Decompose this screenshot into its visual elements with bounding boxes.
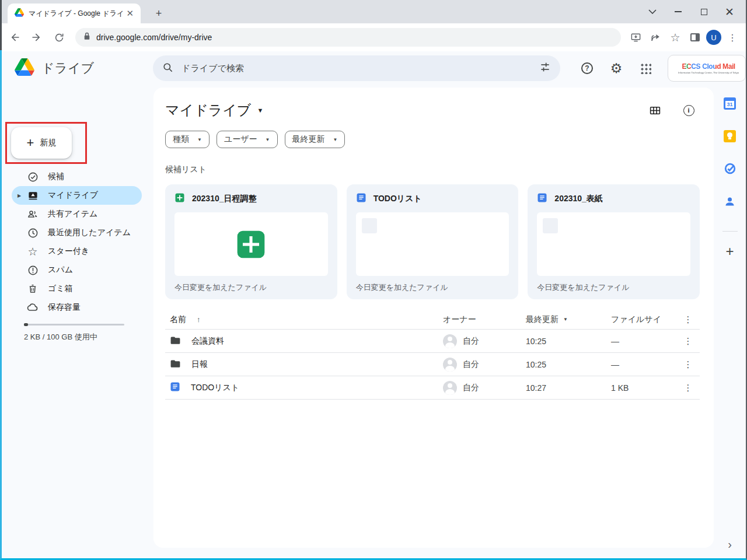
search-bar[interactable]: ドライブで検索 xyxy=(153,55,560,81)
drive-favicon xyxy=(15,8,24,19)
sidebar-item-storage[interactable]: 保存容量 xyxy=(12,298,142,317)
sidebar-item-starred[interactable]: ☆ スター付き xyxy=(12,242,142,261)
row-menu-icon[interactable]: ⋮ xyxy=(676,383,700,393)
filter-chip-people[interactable]: ユーザー ▼ xyxy=(217,131,278,148)
owner-avatar xyxy=(443,381,457,395)
plus-icon: + xyxy=(27,136,34,149)
bookmark-star-icon[interactable]: ☆ xyxy=(666,29,684,46)
sidebar-item-shared[interactable]: 共有アイテム xyxy=(12,205,142,223)
drive-app: ドライブ ドライブで検索 ? ⚙ ECCS Cloud Mail Informa… xyxy=(2,51,746,558)
sidebar-item-my-drive[interactable]: ▶ マイドライブ xyxy=(12,186,142,205)
search-icon[interactable] xyxy=(162,62,173,75)
grid-view-icon[interactable] xyxy=(645,100,665,120)
suggested-card[interactable]: TODOリスト 今日変更を加えたファイル xyxy=(347,184,519,299)
cloud-icon xyxy=(27,302,39,313)
storage-progress-bar xyxy=(24,324,124,326)
url-text: drive.google.com/drive/my-drive xyxy=(96,33,212,42)
settings-gear-icon[interactable]: ⚙ xyxy=(605,57,628,80)
chevron-down-icon: ▼ xyxy=(197,137,202,142)
google-apps-icon[interactable] xyxy=(634,57,657,80)
browser-tab[interactable]: マイドライブ - Google ドライブ ✕ xyxy=(8,4,141,23)
trash-icon xyxy=(27,283,39,295)
table-row[interactable]: TODOリスト 自分 10:27 1 KB ⋮ xyxy=(165,376,700,400)
drive-header: ドライブ ドライブで検索 ? ⚙ ECCS Cloud Mail Informa… xyxy=(2,51,746,85)
sheets-large-icon xyxy=(235,228,267,261)
browser-toolbar: drive.google.com/drive/my-drive ☆ U ⋮ xyxy=(2,23,746,51)
calendar-icon[interactable]: 31 xyxy=(724,97,736,110)
column-header-name[interactable]: 名前 ↑ xyxy=(165,314,443,325)
table-options-icon[interactable]: ⋮ xyxy=(676,314,700,325)
drive-logo-icon xyxy=(15,58,34,78)
back-icon[interactable] xyxy=(5,28,24,47)
browser-window: マイドライブ - Google ドライブ ✕ + ✕ drive.google.… xyxy=(0,0,747,560)
tab-close-icon[interactable]: ✕ xyxy=(124,8,136,19)
column-header-size[interactable]: ファイルサイ xyxy=(611,314,676,325)
address-bar[interactable]: drive.google.com/drive/my-drive xyxy=(75,28,621,47)
filter-chips: 種類 ▼ ユーザー ▼ 最終更新 ▼ xyxy=(165,131,700,148)
sidebar-nav: 候補 ▶ マイドライブ 共有アイテム 最近使用したアイテム xyxy=(12,167,142,317)
docs-file-icon xyxy=(537,192,547,205)
sidebar-item-recent[interactable]: 最近使用したアイテム xyxy=(12,223,142,242)
sheets-file-icon xyxy=(174,192,185,205)
filter-chip-modified[interactable]: 最終更新 ▼ xyxy=(285,131,345,148)
browser-menu-icon[interactable]: ⋮ xyxy=(724,29,741,46)
row-menu-icon[interactable]: ⋮ xyxy=(676,336,700,346)
show-side-panel-chevron-icon[interactable]: › xyxy=(728,538,732,551)
drive-sidebar: + 新規 候補 ▶ マイドライブ 共有アイテム xyxy=(2,85,153,558)
tasks-icon[interactable] xyxy=(724,162,736,175)
expand-arrow-icon[interactable]: ▶ xyxy=(18,193,23,198)
install-icon[interactable] xyxy=(627,29,644,46)
info-icon[interactable]: i xyxy=(679,100,699,120)
side-panel-icon[interactable] xyxy=(686,29,704,46)
sidebar-item-suggested[interactable]: 候補 xyxy=(12,167,142,186)
search-placeholder: ドライブで検索 xyxy=(181,63,539,74)
storage-usage-text: 2 KB / 100 GB 使用中 xyxy=(24,332,97,342)
suggested-heading: 候補リスト xyxy=(165,164,700,175)
help-icon[interactable]: ? xyxy=(575,57,599,80)
new-tab-button[interactable]: + xyxy=(151,6,166,21)
new-button[interactable]: + 新規 xyxy=(11,127,72,159)
my-drive-icon xyxy=(27,190,39,201)
contacts-icon[interactable] xyxy=(724,195,736,208)
suggested-card[interactable]: 202310_表紙 今日変更を加えたファイル xyxy=(528,184,700,299)
spam-icon xyxy=(27,264,39,276)
browser-profile-avatar[interactable]: U xyxy=(706,30,721,45)
window-minimize-button[interactable] xyxy=(665,0,691,23)
reload-icon[interactable] xyxy=(50,28,68,47)
search-options-icon[interactable] xyxy=(539,61,551,75)
file-table: 名前 ↑ オーナー 最終更新 ▼ ファイルサイ ⋮ 会議資料 xyxy=(165,310,700,400)
side-panel-rail: 31 + › xyxy=(714,88,746,558)
owner-avatar xyxy=(443,358,457,372)
forward-icon[interactable] xyxy=(27,28,46,47)
table-row[interactable]: 会議資料 自分 10:25 — ⋮ xyxy=(165,330,700,353)
table-row[interactable]: 日報 自分 10:25 — ⋮ xyxy=(165,353,700,376)
get-addons-plus-icon[interactable]: + xyxy=(725,243,734,260)
title-dropdown-caret-icon[interactable]: ▼ xyxy=(257,107,263,114)
drive-brand[interactable]: ドライブ xyxy=(2,58,153,78)
window-close-button[interactable]: ✕ xyxy=(717,0,742,23)
account-pill[interactable]: ECCS Cloud Mail Information Technology C… xyxy=(668,55,746,82)
file-thumbnail xyxy=(356,212,509,276)
docs-file-icon xyxy=(356,192,366,205)
column-header-modified[interactable]: 最終更新 ▼ xyxy=(526,314,611,325)
window-edge xyxy=(0,0,2,50)
filter-chip-type[interactable]: 種類 ▼ xyxy=(165,131,210,148)
keep-icon[interactable] xyxy=(724,130,736,142)
column-header-owner[interactable]: オーナー xyxy=(443,314,526,325)
app-name: ドライブ xyxy=(41,60,94,77)
folder-icon xyxy=(170,335,181,348)
window-maximize-button[interactable] xyxy=(691,0,717,23)
row-menu-icon[interactable]: ⋮ xyxy=(676,359,700,370)
share-icon[interactable] xyxy=(647,29,664,46)
suggested-cards: 202310_日程調整 今日変更を加えたファイル TODOリスト 今日変更を加え… xyxy=(165,184,700,299)
sort-ascending-icon: ↑ xyxy=(197,315,201,324)
lock-icon[interactable] xyxy=(83,32,90,43)
sidebar-item-trash[interactable]: ゴミ箱 xyxy=(12,279,142,298)
eccs-logo: ECCS Cloud Mail Information Technology C… xyxy=(673,62,744,74)
rail-divider xyxy=(722,231,738,232)
main-panel: マイドライブ ▼ i 種類 ▼ ユーザー ▼ 最終更新 ▼ xyxy=(153,88,714,548)
tab-search-chevron-icon[interactable] xyxy=(640,0,665,23)
page-title[interactable]: マイドライブ xyxy=(165,101,251,120)
suggested-card[interactable]: 202310_日程調整 今日変更を加えたファイル xyxy=(165,184,337,299)
sidebar-item-spam[interactable]: スパム xyxy=(12,261,142,279)
